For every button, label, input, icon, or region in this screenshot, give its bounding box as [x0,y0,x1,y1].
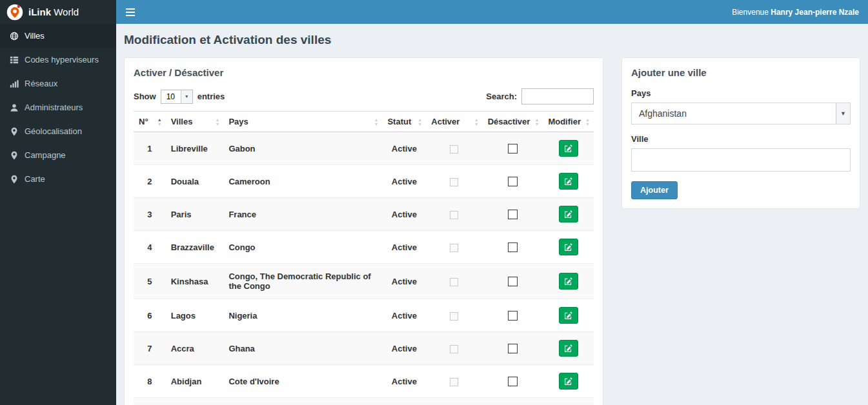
cell-desactiver [483,231,543,264]
sidebar-item-label: Codes hyperviseurs [25,55,99,64]
cell-desactiver [483,165,543,198]
activer-checkbox [450,244,458,252]
row-number: 6 [134,299,166,332]
edit-button[interactable] [559,239,578,255]
edit-button[interactable] [559,307,578,324]
cities-table-panel: Activer / Désactiver Show 10 ▼ entries S… [124,57,603,405]
table-row: 4 Brazzaville Congo Active [134,231,594,264]
cell-pays: Ghana [223,332,382,365]
cell-ville: Douala [166,165,224,198]
table-row: 6 Lagos Nigeria Active [134,299,594,332]
edit-button[interactable] [559,373,578,390]
column-header-villes[interactable]: Villes▲▼ [166,112,224,132]
map-marker-icon [10,151,19,160]
cell-ville: Paris [166,198,224,231]
cell-desactiver [483,264,543,299]
desactiver-checkbox[interactable] [508,144,518,153]
edit-button[interactable] [559,340,578,357]
user-name: Hanry Jean-pierre Nzale [771,8,859,17]
brand[interactable]: iLink World [0,0,116,24]
sidebar-item-codes-hyperviseurs[interactable]: Codes hyperviseurs [0,48,116,72]
top-bar: iLink World Bienvenue Hanry Jean-pierre … [0,0,868,24]
sort-icon: ▲▼ [534,117,539,126]
edit-button[interactable] [559,173,578,190]
map-marker-icon [10,175,19,184]
cell-pays: France [223,198,382,231]
row-number: 1 [134,132,166,165]
cell-modifier [543,332,594,365]
cell-modifier [543,231,594,264]
sidebar-item-label: Campagne [25,150,66,160]
edit-icon [564,177,572,186]
cell-pays: Cameroon [223,165,382,198]
page-length-select[interactable]: 10 [161,90,192,103]
cell-desactiver [483,398,543,405]
sidebar-item-campagne[interactable]: Campagne [0,143,116,167]
column-header-pays[interactable]: Pays▲▼ [223,112,382,132]
ville-input[interactable] [631,148,851,172]
desactiver-checkbox[interactable] [508,311,518,321]
table-panel-title: Activer / Désactiver [134,67,594,78]
cell-ville: Abidjan [166,365,224,398]
edit-button[interactable] [559,206,578,222]
cell-statut: Active [382,398,426,405]
cell-ville: Brazzaville [166,231,224,264]
column-header-num[interactable]: N°▲▼ [134,112,166,132]
desactiver-checkbox[interactable] [508,277,518,286]
sidebar-item-label: Villes [25,31,45,41]
main-content: Modification et Activation des villes Ac… [116,24,868,405]
sidebar-item-administrateurs[interactable]: Administrateurs [0,95,116,119]
cell-activer [426,231,482,264]
column-header-modifier[interactable]: Modifier▲▼ [543,112,594,132]
cell-statut: Active [382,332,426,365]
edit-button[interactable] [559,273,578,290]
sort-icon: ▲▼ [215,117,219,126]
sort-icon: ▲▼ [474,117,479,126]
edit-button[interactable] [559,140,578,157]
cell-pays: Gabon [223,132,382,165]
sidebar-item-carte[interactable]: Carte [0,167,116,191]
cell-pays: Nigeria [223,299,382,332]
sidebar-item-label: Réseaux [25,79,57,88]
cell-modifier [543,132,594,165]
column-header-activer[interactable]: Activer▲▼ [426,112,482,132]
cell-desactiver [483,132,543,165]
sidebar-item-reseaux[interactable]: Réseaux [0,72,116,95]
cell-statut: Active [382,132,426,165]
cell-activer [426,165,482,198]
pays-select[interactable]: Afghanistan [632,103,850,124]
map-marker-icon [10,127,19,136]
cell-desactiver [483,365,543,398]
sort-icon: ▲▼ [585,117,590,126]
cell-ville: Lagos [166,299,224,332]
navbar: Bienvenue Hanry Jean-pierre Nzale [116,0,868,24]
column-header-statut[interactable]: Statut▲▼ [382,112,426,132]
cell-activer [426,264,482,299]
cell-activer [426,132,482,165]
desactiver-checkbox[interactable] [508,210,518,219]
page-length-select-wrapper: 10 ▼ [161,90,193,104]
edit-icon [564,210,572,219]
search-label: Search: [486,92,517,101]
welcome-prefix: Bienvenue [732,8,769,17]
desactiver-checkbox[interactable] [508,377,518,386]
table-row: 9 Dakar Senegal Active [134,398,594,405]
search-input[interactable] [521,88,594,104]
cell-activer [426,198,482,231]
table-row: 8 Abidjan Cote d'Ivoire Active [134,365,594,398]
sidebar-item-geolocalisation[interactable]: Géolocalisation [0,119,116,143]
column-header-desactiver[interactable]: Désactiver▲▼ [483,112,543,132]
cell-modifier [543,365,594,398]
desactiver-checkbox[interactable] [508,177,518,186]
desactiver-checkbox[interactable] [508,344,518,353]
ajouter-button[interactable]: Ajouter [631,181,678,199]
show-label: Show [134,92,156,101]
table-row: 5 Kinshasa Congo, The Democratic Republi… [134,264,594,299]
bar-chart-icon [10,79,19,88]
pays-select-wrapper: Afghanistan ▼ [631,103,851,124]
cell-desactiver [483,332,543,365]
sidebar-toggle-button[interactable] [116,0,145,24]
desactiver-checkbox[interactable] [508,242,518,252]
cell-ville: Libreville [166,132,224,165]
sidebar-item-villes[interactable]: Villes [0,24,116,48]
